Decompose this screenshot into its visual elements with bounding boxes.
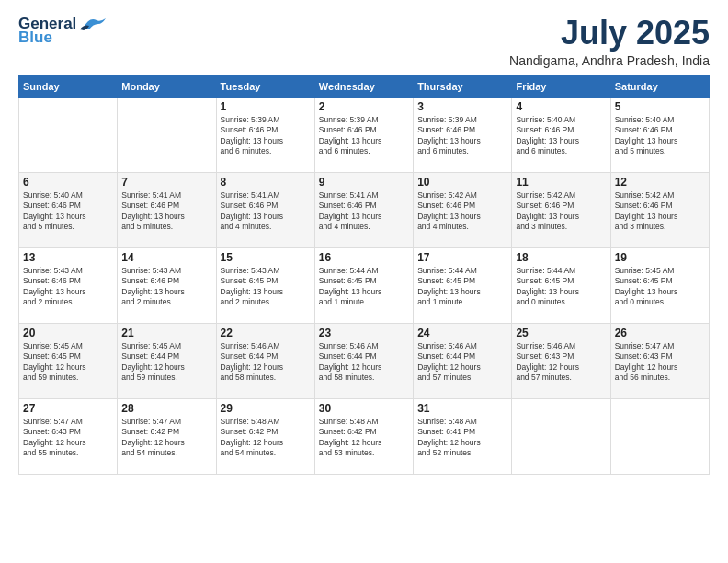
logo-bird-icon [80,15,106,31]
day-number: 19 [615,251,705,264]
page: General Blue July 2025 Nandigama, Andhra… [0,0,728,563]
day-number: 16 [319,251,409,264]
day-number: 8 [221,176,311,189]
day-detail: Sunrise: 5:44 AM Sunset: 6:45 PM Dayligh… [417,266,507,308]
day-detail: Sunrise: 5:42 AM Sunset: 6:46 PM Dayligh… [417,190,507,233]
calendar-week-4: 20Sunrise: 5:45 AM Sunset: 6:45 PM Dayli… [19,323,710,398]
day-number: 18 [516,251,606,264]
day-detail: Sunrise: 5:43 AM Sunset: 6:45 PM Dayligh… [221,266,311,308]
title-section: July 2025 Nandigama, Andhra Pradesh, Ind… [509,15,710,68]
day-detail: Sunrise: 5:46 AM Sunset: 6:43 PM Dayligh… [516,341,606,384]
weekday-header-wednesday: Wednesday [314,75,413,97]
day-number: 22 [221,327,311,339]
calendar-cell: 5Sunrise: 5:40 AM Sunset: 6:46 PM Daylig… [610,97,709,172]
day-number: 21 [121,327,211,339]
day-detail: Sunrise: 5:46 AM Sunset: 6:44 PM Dayligh… [417,341,507,384]
day-detail: Sunrise: 5:39 AM Sunset: 6:46 PM Dayligh… [417,115,507,157]
calendar-cell: 20Sunrise: 5:45 AM Sunset: 6:45 PM Dayli… [19,323,118,398]
day-detail: Sunrise: 5:48 AM Sunset: 6:42 PM Dayligh… [221,417,311,459]
calendar-cell [118,97,216,172]
day-detail: Sunrise: 5:47 AM Sunset: 6:43 PM Dayligh… [615,341,705,384]
day-number: 31 [417,402,507,415]
calendar-cell: 24Sunrise: 5:46 AM Sunset: 6:44 PM Dayli… [414,323,512,398]
calendar-cell: 13Sunrise: 5:43 AM Sunset: 6:46 PM Dayli… [19,247,118,323]
day-detail: Sunrise: 5:45 AM Sunset: 6:45 PM Dayligh… [23,341,113,384]
day-detail: Sunrise: 5:41 AM Sunset: 6:46 PM Dayligh… [319,190,409,233]
day-number: 2 [319,100,409,113]
weekday-header-sunday: Sunday [19,75,118,97]
calendar-cell: 23Sunrise: 5:46 AM Sunset: 6:44 PM Dayli… [314,323,413,398]
day-detail: Sunrise: 5:40 AM Sunset: 6:46 PM Dayligh… [23,190,113,233]
location: Nandigama, Andhra Pradesh, India [509,53,710,68]
day-detail: Sunrise: 5:44 AM Sunset: 6:45 PM Dayligh… [516,266,606,308]
day-number: 27 [23,402,113,415]
logo: General Blue [18,15,106,45]
day-number: 4 [516,100,606,113]
day-number: 26 [615,327,705,339]
day-number: 17 [417,251,507,264]
day-detail: Sunrise: 5:45 AM Sunset: 6:44 PM Dayligh… [121,341,211,384]
day-detail: Sunrise: 5:48 AM Sunset: 6:42 PM Dayligh… [319,417,409,459]
weekday-header-thursday: Thursday [414,75,512,97]
day-number: 30 [319,402,409,415]
day-number: 29 [221,402,311,415]
logo-blue: Blue [18,29,52,45]
calendar-cell: 27Sunrise: 5:47 AM Sunset: 6:43 PM Dayli… [19,398,118,474]
day-detail: Sunrise: 5:42 AM Sunset: 6:46 PM Dayligh… [615,190,705,233]
day-detail: Sunrise: 5:41 AM Sunset: 6:46 PM Dayligh… [121,190,211,233]
weekday-header-saturday: Saturday [610,75,709,97]
calendar-cell: 15Sunrise: 5:43 AM Sunset: 6:45 PM Dayli… [216,247,314,323]
day-detail: Sunrise: 5:44 AM Sunset: 6:45 PM Dayligh… [319,266,409,308]
day-detail: Sunrise: 5:43 AM Sunset: 6:46 PM Dayligh… [23,266,113,308]
day-number: 3 [417,100,507,113]
day-number: 10 [417,176,507,189]
calendar-cell: 16Sunrise: 5:44 AM Sunset: 6:45 PM Dayli… [314,247,413,323]
calendar-cell: 28Sunrise: 5:47 AM Sunset: 6:42 PM Dayli… [118,398,216,474]
day-number: 9 [319,176,409,189]
day-detail: Sunrise: 5:48 AM Sunset: 6:41 PM Dayligh… [417,417,507,459]
calendar-cell: 21Sunrise: 5:45 AM Sunset: 6:44 PM Dayli… [118,323,216,398]
day-detail: Sunrise: 5:40 AM Sunset: 6:46 PM Dayligh… [615,115,705,157]
day-number: 15 [221,251,311,264]
day-number: 1 [221,100,311,113]
day-detail: Sunrise: 5:45 AM Sunset: 6:45 PM Dayligh… [615,266,705,308]
calendar-cell [512,398,610,474]
day-detail: Sunrise: 5:46 AM Sunset: 6:44 PM Dayligh… [221,341,311,384]
weekday-header-monday: Monday [118,75,216,97]
calendar-cell: 1Sunrise: 5:39 AM Sunset: 6:46 PM Daylig… [216,97,314,172]
day-number: 13 [23,251,113,264]
calendar-cell [19,97,118,172]
day-detail: Sunrise: 5:39 AM Sunset: 6:46 PM Dayligh… [319,115,409,157]
calendar-cell: 18Sunrise: 5:44 AM Sunset: 6:45 PM Dayli… [512,247,610,323]
calendar-cell: 11Sunrise: 5:42 AM Sunset: 6:46 PM Dayli… [512,172,610,247]
calendar-cell: 17Sunrise: 5:44 AM Sunset: 6:45 PM Dayli… [414,247,512,323]
calendar-week-3: 13Sunrise: 5:43 AM Sunset: 6:46 PM Dayli… [19,247,710,323]
day-number: 12 [615,176,705,189]
calendar-cell: 9Sunrise: 5:41 AM Sunset: 6:46 PM Daylig… [314,172,413,247]
day-detail: Sunrise: 5:43 AM Sunset: 6:46 PM Dayligh… [121,266,211,308]
calendar-cell: 8Sunrise: 5:41 AM Sunset: 6:46 PM Daylig… [216,172,314,247]
calendar-cell: 6Sunrise: 5:40 AM Sunset: 6:46 PM Daylig… [19,172,118,247]
calendar-week-5: 27Sunrise: 5:47 AM Sunset: 6:43 PM Dayli… [19,398,710,474]
day-number: 6 [23,176,113,189]
calendar-week-2: 6Sunrise: 5:40 AM Sunset: 6:46 PM Daylig… [19,172,710,247]
weekday-header-friday: Friday [512,75,610,97]
day-number: 24 [417,327,507,339]
calendar-cell: 12Sunrise: 5:42 AM Sunset: 6:46 PM Dayli… [610,172,709,247]
header: General Blue July 2025 Nandigama, Andhra… [18,15,710,68]
calendar-cell: 22Sunrise: 5:46 AM Sunset: 6:44 PM Dayli… [216,323,314,398]
calendar-cell: 2Sunrise: 5:39 AM Sunset: 6:46 PM Daylig… [314,97,413,172]
calendar-cell: 4Sunrise: 5:40 AM Sunset: 6:46 PM Daylig… [512,97,610,172]
calendar-cell: 25Sunrise: 5:46 AM Sunset: 6:43 PM Dayli… [512,323,610,398]
calendar-cell: 31Sunrise: 5:48 AM Sunset: 6:41 PM Dayli… [414,398,512,474]
day-number: 5 [615,100,705,113]
day-detail: Sunrise: 5:41 AM Sunset: 6:46 PM Dayligh… [221,190,311,233]
calendar-cell: 30Sunrise: 5:48 AM Sunset: 6:42 PM Dayli… [314,398,413,474]
calendar-cell: 3Sunrise: 5:39 AM Sunset: 6:46 PM Daylig… [414,97,512,172]
calendar-cell: 26Sunrise: 5:47 AM Sunset: 6:43 PM Dayli… [610,323,709,398]
day-detail: Sunrise: 5:40 AM Sunset: 6:46 PM Dayligh… [516,115,606,157]
day-detail: Sunrise: 5:46 AM Sunset: 6:44 PM Dayligh… [319,341,409,384]
day-number: 28 [121,402,211,415]
calendar-cell: 14Sunrise: 5:43 AM Sunset: 6:46 PM Dayli… [118,247,216,323]
calendar-header-row: SundayMondayTuesdayWednesdayThursdayFrid… [19,75,710,97]
